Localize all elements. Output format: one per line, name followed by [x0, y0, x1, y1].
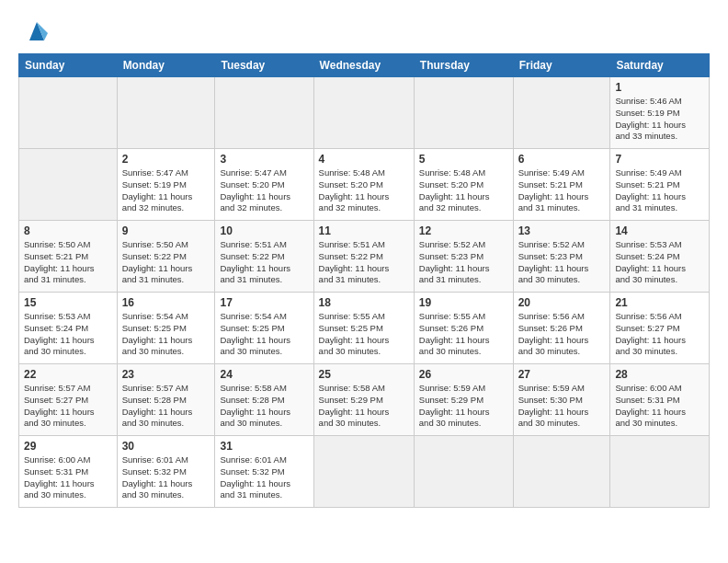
day-cell: 21Sunrise: 5:56 AM Sunset: 5:27 PM Dayli… [610, 293, 710, 364]
day-info: Sunrise: 5:49 AM Sunset: 5:21 PM Dayligh… [615, 167, 704, 214]
logo [18, 15, 51, 44]
day-number: 18 [319, 296, 409, 309]
day-cell: 15Sunrise: 5:53 AM Sunset: 5:24 PM Dayli… [19, 293, 118, 364]
day-number: 4 [319, 153, 409, 166]
day-cell: 11Sunrise: 5:51 AM Sunset: 5:22 PM Dayli… [313, 221, 414, 293]
day-cell: 17Sunrise: 5:54 AM Sunset: 5:25 PM Dayli… [215, 293, 313, 364]
day-number: 6 [518, 153, 606, 166]
week-row-4: 22Sunrise: 5:57 AM Sunset: 5:27 PM Dayli… [19, 364, 710, 436]
day-info: Sunrise: 6:00 AM Sunset: 5:31 PM Dayligh… [615, 383, 704, 430]
day-cell [215, 77, 313, 149]
day-number: 8 [24, 224, 112, 237]
day-number: 7 [615, 153, 704, 166]
day-cell [19, 77, 118, 149]
week-row-5: 29Sunrise: 6:00 AM Sunset: 5:31 PM Dayli… [19, 436, 710, 508]
day-cell: 27Sunrise: 5:59 AM Sunset: 5:30 PM Dayli… [513, 364, 610, 436]
day-cell: 9Sunrise: 5:50 AM Sunset: 5:22 PM Daylig… [117, 221, 215, 293]
day-info: Sunrise: 5:46 AM Sunset: 5:19 PM Dayligh… [615, 96, 704, 143]
day-info: Sunrise: 6:01 AM Sunset: 5:32 PM Dayligh… [122, 454, 210, 501]
week-row-3: 15Sunrise: 5:53 AM Sunset: 5:24 PM Dayli… [19, 293, 710, 364]
day-info: Sunrise: 5:55 AM Sunset: 5:26 PM Dayligh… [419, 311, 508, 358]
week-row-0: 1Sunrise: 5:46 AM Sunset: 5:19 PM Daylig… [19, 77, 710, 149]
day-info: Sunrise: 5:59 AM Sunset: 5:30 PM Dayligh… [518, 383, 606, 430]
col-header-thursday: Thursday [414, 54, 513, 77]
day-info: Sunrise: 5:53 AM Sunset: 5:24 PM Dayligh… [24, 311, 112, 358]
day-cell: 20Sunrise: 5:56 AM Sunset: 5:26 PM Dayli… [513, 293, 610, 364]
day-info: Sunrise: 6:00 AM Sunset: 5:31 PM Dayligh… [24, 454, 112, 501]
week-row-1: 2Sunrise: 5:47 AM Sunset: 5:19 PM Daylig… [19, 149, 710, 221]
day-number: 26 [419, 368, 508, 381]
week-row-2: 8Sunrise: 5:50 AM Sunset: 5:21 PM Daylig… [19, 221, 710, 293]
day-cell: 12Sunrise: 5:52 AM Sunset: 5:23 PM Dayli… [414, 221, 513, 293]
day-cell: 19Sunrise: 5:55 AM Sunset: 5:26 PM Dayli… [414, 293, 513, 364]
day-number: 11 [319, 224, 409, 237]
day-info: Sunrise: 5:55 AM Sunset: 5:25 PM Dayligh… [319, 311, 409, 358]
day-info: Sunrise: 5:57 AM Sunset: 5:28 PM Dayligh… [122, 383, 210, 430]
day-info: Sunrise: 5:51 AM Sunset: 5:22 PM Dayligh… [319, 239, 409, 286]
day-number: 12 [419, 224, 508, 237]
day-cell: 26Sunrise: 5:59 AM Sunset: 5:29 PM Dayli… [414, 364, 513, 436]
day-cell [414, 436, 513, 508]
col-header-monday: Monday [117, 54, 215, 77]
day-info: Sunrise: 5:58 AM Sunset: 5:29 PM Dayligh… [319, 383, 409, 430]
day-info: Sunrise: 5:52 AM Sunset: 5:23 PM Dayligh… [419, 239, 508, 286]
day-info: Sunrise: 5:52 AM Sunset: 5:23 PM Dayligh… [518, 239, 606, 286]
day-cell [313, 436, 414, 508]
day-number: 24 [220, 368, 308, 381]
day-info: Sunrise: 6:01 AM Sunset: 5:32 PM Dayligh… [220, 454, 308, 501]
day-cell: 5Sunrise: 5:48 AM Sunset: 5:20 PM Daylig… [414, 149, 513, 221]
day-info: Sunrise: 5:49 AM Sunset: 5:21 PM Dayligh… [518, 167, 606, 214]
day-number: 3 [220, 153, 308, 166]
col-header-tuesday: Tuesday [215, 54, 313, 77]
day-cell: 7Sunrise: 5:49 AM Sunset: 5:21 PM Daylig… [610, 149, 710, 221]
day-cell: 16Sunrise: 5:54 AM Sunset: 5:25 PM Dayli… [117, 293, 215, 364]
day-number: 25 [319, 368, 409, 381]
day-info: Sunrise: 5:48 AM Sunset: 5:20 PM Dayligh… [319, 167, 409, 214]
day-cell: 14Sunrise: 5:53 AM Sunset: 5:24 PM Dayli… [610, 221, 710, 293]
day-info: Sunrise: 5:51 AM Sunset: 5:22 PM Dayligh… [220, 239, 308, 286]
day-info: Sunrise: 5:56 AM Sunset: 5:27 PM Dayligh… [615, 311, 704, 358]
calendar-page: SundayMondayTuesdayWednesdayThursdayFrid… [0, 0, 728, 563]
day-number: 17 [220, 296, 308, 309]
day-number: 29 [24, 440, 112, 453]
day-number: 13 [518, 224, 606, 237]
day-cell: 6Sunrise: 5:49 AM Sunset: 5:21 PM Daylig… [513, 149, 610, 221]
day-cell: 30Sunrise: 6:01 AM Sunset: 5:32 PM Dayli… [117, 436, 215, 508]
day-number: 21 [615, 296, 704, 309]
calendar-table: SundayMondayTuesdayWednesdayThursdayFrid… [18, 53, 710, 508]
day-cell: 1Sunrise: 5:46 AM Sunset: 5:19 PM Daylig… [610, 77, 710, 149]
day-info: Sunrise: 5:59 AM Sunset: 5:29 PM Dayligh… [419, 383, 508, 430]
day-number: 30 [122, 440, 210, 453]
day-number: 31 [220, 440, 308, 453]
day-cell [117, 77, 215, 149]
day-info: Sunrise: 5:47 AM Sunset: 5:19 PM Dayligh… [122, 167, 210, 214]
day-info: Sunrise: 5:53 AM Sunset: 5:24 PM Dayligh… [615, 239, 704, 286]
day-number: 15 [24, 296, 112, 309]
day-number: 14 [615, 224, 704, 237]
day-number: 19 [419, 296, 508, 309]
day-cell [414, 77, 513, 149]
day-number: 16 [122, 296, 210, 309]
day-cell: 4Sunrise: 5:48 AM Sunset: 5:20 PM Daylig… [313, 149, 414, 221]
day-number: 2 [122, 153, 210, 166]
day-cell [513, 436, 610, 508]
day-cell: 31Sunrise: 6:01 AM Sunset: 5:32 PM Dayli… [215, 436, 313, 508]
day-info: Sunrise: 5:56 AM Sunset: 5:26 PM Dayligh… [518, 311, 606, 358]
day-cell: 23Sunrise: 5:57 AM Sunset: 5:28 PM Dayli… [117, 364, 215, 436]
day-number: 20 [518, 296, 606, 309]
day-number: 9 [122, 224, 210, 237]
day-cell: 28Sunrise: 6:00 AM Sunset: 5:31 PM Dayli… [610, 364, 710, 436]
col-header-wednesday: Wednesday [313, 54, 414, 77]
day-info: Sunrise: 5:58 AM Sunset: 5:28 PM Dayligh… [220, 383, 308, 430]
day-number: 22 [24, 368, 112, 381]
day-info: Sunrise: 5:47 AM Sunset: 5:20 PM Dayligh… [220, 167, 308, 214]
day-info: Sunrise: 5:50 AM Sunset: 5:21 PM Dayligh… [24, 239, 112, 286]
day-number: 23 [122, 368, 210, 381]
logo-icon [22, 15, 51, 44]
day-info: Sunrise: 5:48 AM Sunset: 5:20 PM Dayligh… [419, 167, 508, 214]
day-info: Sunrise: 5:50 AM Sunset: 5:22 PM Dayligh… [122, 239, 210, 286]
day-cell: 3Sunrise: 5:47 AM Sunset: 5:20 PM Daylig… [215, 149, 313, 221]
day-cell [610, 436, 710, 508]
day-cell [313, 77, 414, 149]
day-number: 1 [615, 81, 704, 94]
